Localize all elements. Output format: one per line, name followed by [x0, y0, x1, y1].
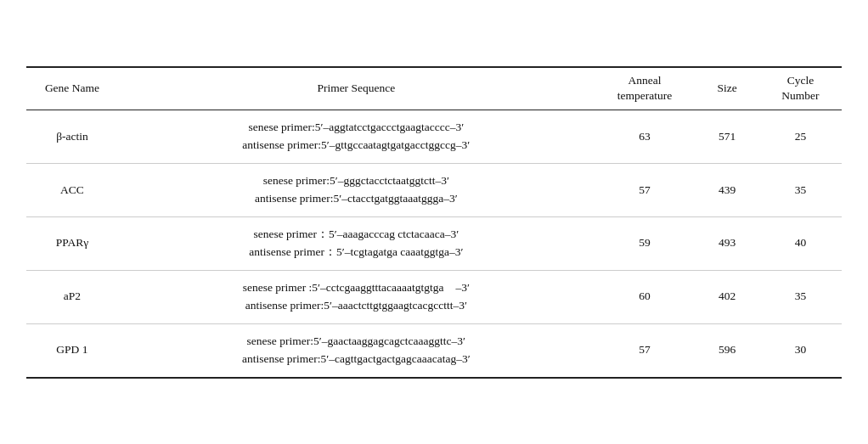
cell-primer: senese primer:5′–gggctacctctaatggtctt–3′…	[118, 164, 595, 217]
cell-cycle: 40	[759, 216, 842, 270]
table-row: PPARγsenese primer：5′–aaagacccag ctctaca…	[26, 216, 842, 270]
primer-sense: senese primer :5′–cctcgaaggtttacaaaatgtg…	[125, 279, 588, 297]
primer-antisense: antisense primer：5′–tcgtagatga caaatggtg…	[125, 244, 588, 261]
table-row: β-actinsenese primer:5′–aggtatcctgaccctg…	[26, 110, 842, 164]
cell-primer: senese primer:5′–aggtatcctgaccctgaagtacc…	[118, 110, 595, 164]
cell-cycle: 30	[759, 323, 842, 377]
cell-size: 493	[695, 216, 759, 270]
primer-table-wrapper: Gene Name Primer Sequence Anneal tempera…	[26, 66, 842, 379]
cell-gene: GPD 1	[26, 323, 118, 377]
table-header-row: Gene Name Primer Sequence Anneal tempera…	[26, 67, 842, 110]
table-row: ACCsenese primer:5′–gggctacctctaatggtctt…	[26, 164, 842, 217]
header-cycle: Cycle Number	[759, 67, 842, 110]
cell-anneal: 59	[595, 216, 696, 270]
primer-antisense: antisense primer:5′–aaactcttgtggaagtcacg…	[125, 297, 588, 315]
cell-gene: PPARγ	[26, 216, 118, 270]
cell-size: 439	[695, 164, 759, 217]
primer-antisense: antisense primer:5′–ctacctgatggtaaatggga…	[125, 190, 588, 208]
table-row: aP2senese primer :5′–cctcgaaggtttacaaaat…	[26, 270, 842, 323]
header-anneal: Anneal temperature	[595, 67, 696, 110]
primer-sense: senese primer:5′–gaactaaggagcagctcaaaggt…	[125, 333, 588, 351]
cell-size: 571	[695, 110, 759, 164]
cell-size: 402	[695, 270, 759, 323]
cell-anneal: 57	[595, 323, 696, 377]
cell-anneal: 63	[595, 110, 696, 164]
cell-cycle: 25	[759, 110, 842, 164]
header-gene: Gene Name	[26, 67, 118, 110]
cell-cycle: 35	[759, 270, 842, 323]
cell-gene: β-actin	[26, 110, 118, 164]
table-row: GPD 1senese primer:5′–gaactaaggagcagctca…	[26, 323, 842, 377]
header-size: Size	[695, 67, 759, 110]
header-primer: Primer Sequence	[118, 67, 595, 110]
cell-anneal: 57	[595, 164, 696, 217]
cell-anneal: 60	[595, 270, 696, 323]
cell-primer: senese primer :5′–cctcgaaggtttacaaaatgtg…	[118, 270, 595, 323]
cell-primer: senese primer:5′–gaactaaggagcagctcaaaggt…	[118, 323, 595, 377]
cell-gene: aP2	[26, 270, 118, 323]
primer-antisense: antisense primer:5′–cagttgactgactgagcaaa…	[125, 351, 588, 368]
cell-cycle: 35	[759, 164, 842, 217]
primer-table: Gene Name Primer Sequence Anneal tempera…	[26, 66, 842, 379]
primer-sense: senese primer：5′–aaagacccag ctctacaaca–3…	[125, 226, 588, 244]
primer-sense: senese primer:5′–aggtatcctgaccctgaagtacc…	[125, 119, 588, 137]
cell-gene: ACC	[26, 164, 118, 217]
primer-antisense: antisense primer:5′–gttgccaatagtgatgacct…	[125, 137, 588, 155]
cell-size: 596	[695, 323, 759, 377]
primer-sense: senese primer:5′–gggctacctctaatggtctt–3′	[125, 172, 588, 190]
cell-primer: senese primer：5′–aaagacccag ctctacaaca–3…	[118, 216, 595, 270]
